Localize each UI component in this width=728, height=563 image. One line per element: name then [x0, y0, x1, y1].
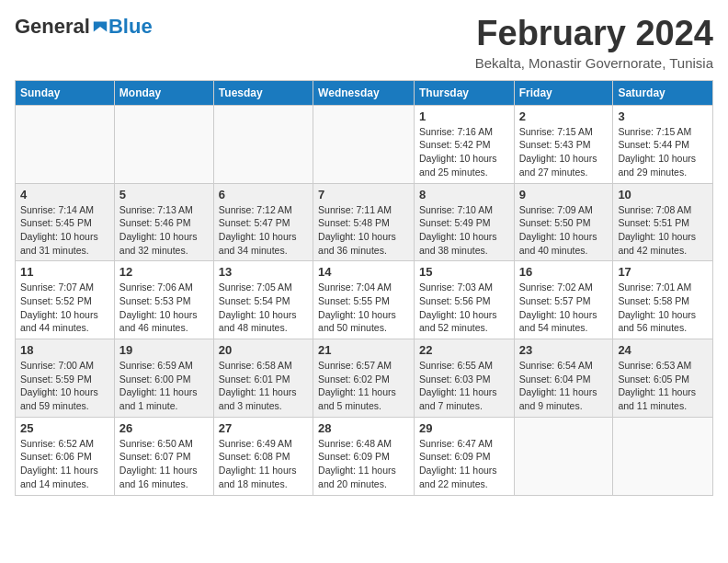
calendar-cell: 17Sunrise: 7:01 AMSunset: 5:58 PMDayligh…	[613, 261, 713, 339]
calendar-cell	[313, 105, 415, 183]
day-info: Sunrise: 7:15 AMSunset: 5:43 PMDaylight:…	[519, 125, 609, 179]
day-number: 20	[219, 343, 308, 357]
calendar-cell: 23Sunrise: 6:54 AMSunset: 6:04 PMDayligh…	[514, 339, 613, 418]
day-info: Sunrise: 7:02 AMSunset: 5:57 PMDaylight:…	[519, 281, 609, 335]
day-number: 17	[618, 265, 708, 279]
calendar-header-thursday: Thursday	[414, 80, 514, 105]
page-header: General Blue February 2024 Bekalta, Mona…	[15, 15, 713, 71]
day-number: 15	[419, 265, 509, 279]
calendar-cell: 29Sunrise: 6:47 AMSunset: 6:09 PMDayligh…	[414, 417, 514, 495]
day-info: Sunrise: 7:14 AMSunset: 5:45 PMDaylight:…	[20, 203, 109, 258]
day-number: 11	[20, 265, 109, 279]
calendar-header-saturday: Saturday	[613, 80, 713, 105]
day-number: 12	[119, 265, 209, 279]
calendar-cell: 22Sunrise: 6:55 AMSunset: 6:03 PMDayligh…	[414, 339, 514, 418]
calendar-cell: 7Sunrise: 7:11 AMSunset: 5:48 PMDaylight…	[313, 183, 415, 261]
calendar-header-sunday: Sunday	[16, 80, 115, 105]
calendar-cell	[514, 417, 613, 495]
calendar-cell: 1Sunrise: 7:16 AMSunset: 5:42 PMDaylight…	[414, 105, 514, 183]
day-number: 23	[519, 343, 609, 357]
calendar-cell: 20Sunrise: 6:58 AMSunset: 6:01 PMDayligh…	[213, 339, 313, 418]
day-info: Sunrise: 6:50 AMSunset: 6:07 PMDaylight:…	[119, 437, 209, 491]
calendar-table: SundayMondayTuesdayWednesdayThursdayFrid…	[15, 80, 713, 496]
calendar-week-row: 18Sunrise: 7:00 AMSunset: 5:59 PMDayligh…	[16, 339, 713, 418]
day-number: 5	[119, 188, 209, 201]
calendar-header-friday: Friday	[514, 80, 613, 105]
day-info: Sunrise: 7:10 AMSunset: 5:49 PMDaylight:…	[419, 203, 509, 258]
day-number: 18	[20, 343, 109, 357]
title-section: February 2024 Bekalta, Monastir Governor…	[475, 15, 713, 71]
calendar-cell: 4Sunrise: 7:14 AMSunset: 5:45 PMDaylight…	[16, 183, 115, 261]
logo-blue-text: Blue	[108, 15, 153, 39]
logo-general-text: General	[15, 15, 90, 39]
logo-icon	[92, 18, 108, 35]
day-info: Sunrise: 7:11 AMSunset: 5:48 PMDaylight:…	[318, 203, 409, 258]
calendar-header-monday: Monday	[114, 80, 213, 105]
day-info: Sunrise: 7:00 AMSunset: 5:59 PMDaylight:…	[20, 359, 109, 413]
calendar-cell: 5Sunrise: 7:13 AMSunset: 5:46 PMDaylight…	[114, 183, 213, 261]
calendar-week-row: 11Sunrise: 7:07 AMSunset: 5:52 PMDayligh…	[16, 261, 713, 339]
day-info: Sunrise: 7:05 AMSunset: 5:54 PMDaylight:…	[219, 281, 308, 335]
day-info: Sunrise: 6:54 AMSunset: 6:04 PMDaylight:…	[519, 359, 609, 413]
day-info: Sunrise: 6:49 AMSunset: 6:08 PMDaylight:…	[219, 437, 308, 491]
day-number: 7	[318, 188, 409, 201]
day-info: Sunrise: 6:55 AMSunset: 6:03 PMDaylight:…	[419, 359, 509, 413]
day-info: Sunrise: 7:15 AMSunset: 5:44 PMDaylight:…	[618, 125, 708, 179]
calendar-cell: 9Sunrise: 7:09 AMSunset: 5:50 PMDaylight…	[514, 183, 613, 261]
calendar-week-row: 4Sunrise: 7:14 AMSunset: 5:45 PMDaylight…	[16, 183, 713, 261]
day-info: Sunrise: 7:12 AMSunset: 5:47 PMDaylight:…	[219, 203, 308, 258]
calendar-header-row: SundayMondayTuesdayWednesdayThursdayFrid…	[16, 80, 713, 105]
calendar-cell: 11Sunrise: 7:07 AMSunset: 5:52 PMDayligh…	[16, 261, 115, 339]
day-info: Sunrise: 6:57 AMSunset: 6:02 PMDaylight:…	[318, 359, 409, 413]
day-number: 25	[20, 421, 109, 435]
calendar-cell: 16Sunrise: 7:02 AMSunset: 5:57 PMDayligh…	[514, 261, 613, 339]
day-number: 2	[519, 109, 609, 123]
day-info: Sunrise: 7:16 AMSunset: 5:42 PMDaylight:…	[419, 125, 509, 179]
day-number: 16	[519, 265, 609, 279]
calendar-week-row: 25Sunrise: 6:52 AMSunset: 6:06 PMDayligh…	[16, 417, 713, 495]
calendar-cell	[213, 105, 313, 183]
day-info: Sunrise: 6:48 AMSunset: 6:09 PMDaylight:…	[318, 437, 409, 491]
day-info: Sunrise: 7:04 AMSunset: 5:55 PMDaylight:…	[318, 281, 409, 335]
svg-marker-0	[94, 22, 107, 32]
calendar-cell: 28Sunrise: 6:48 AMSunset: 6:09 PMDayligh…	[313, 417, 415, 495]
calendar-cell: 3Sunrise: 7:15 AMSunset: 5:44 PMDaylight…	[613, 105, 713, 183]
day-number: 14	[318, 265, 409, 279]
calendar-cell: 26Sunrise: 6:50 AMSunset: 6:07 PMDayligh…	[114, 417, 213, 495]
day-info: Sunrise: 6:47 AMSunset: 6:09 PMDaylight:…	[419, 437, 509, 491]
calendar-cell: 19Sunrise: 6:59 AMSunset: 6:00 PMDayligh…	[114, 339, 213, 418]
day-number: 29	[419, 421, 509, 435]
calendar-cell	[613, 417, 713, 495]
calendar-cell: 25Sunrise: 6:52 AMSunset: 6:06 PMDayligh…	[16, 417, 115, 495]
day-number: 21	[318, 343, 409, 357]
day-number: 8	[419, 188, 509, 201]
day-info: Sunrise: 7:09 AMSunset: 5:50 PMDaylight:…	[519, 203, 609, 258]
calendar-cell: 8Sunrise: 7:10 AMSunset: 5:49 PMDaylight…	[414, 183, 514, 261]
day-number: 24	[618, 343, 708, 357]
calendar-cell: 2Sunrise: 7:15 AMSunset: 5:43 PMDaylight…	[514, 105, 613, 183]
day-info: Sunrise: 6:52 AMSunset: 6:06 PMDaylight:…	[20, 437, 109, 491]
calendar-cell: 27Sunrise: 6:49 AMSunset: 6:08 PMDayligh…	[213, 417, 313, 495]
location-title: Bekalta, Monastir Governorate, Tunisia	[475, 55, 713, 71]
day-info: Sunrise: 7:03 AMSunset: 5:56 PMDaylight:…	[419, 281, 509, 335]
calendar-cell: 10Sunrise: 7:08 AMSunset: 5:51 PMDayligh…	[613, 183, 713, 261]
day-number: 22	[419, 343, 509, 357]
calendar-cell: 21Sunrise: 6:57 AMSunset: 6:02 PMDayligh…	[313, 339, 415, 418]
day-number: 19	[119, 343, 209, 357]
day-number: 1	[419, 109, 509, 123]
day-info: Sunrise: 6:59 AMSunset: 6:00 PMDaylight:…	[119, 359, 209, 413]
calendar-cell: 12Sunrise: 7:06 AMSunset: 5:53 PMDayligh…	[114, 261, 213, 339]
day-number: 13	[219, 265, 308, 279]
day-number: 4	[20, 188, 109, 201]
calendar-cell: 14Sunrise: 7:04 AMSunset: 5:55 PMDayligh…	[313, 261, 415, 339]
calendar-header-tuesday: Tuesday	[213, 80, 313, 105]
day-info: Sunrise: 7:01 AMSunset: 5:58 PMDaylight:…	[618, 281, 708, 335]
logo: General Blue	[15, 15, 153, 39]
calendar-cell	[114, 105, 213, 183]
calendar-cell: 24Sunrise: 6:53 AMSunset: 6:05 PMDayligh…	[613, 339, 713, 418]
day-number: 28	[318, 421, 409, 435]
day-number: 6	[219, 188, 308, 201]
calendar-cell: 18Sunrise: 7:00 AMSunset: 5:59 PMDayligh…	[16, 339, 115, 418]
logo-text: General Blue	[15, 15, 153, 39]
day-info: Sunrise: 7:06 AMSunset: 5:53 PMDaylight:…	[119, 281, 209, 335]
